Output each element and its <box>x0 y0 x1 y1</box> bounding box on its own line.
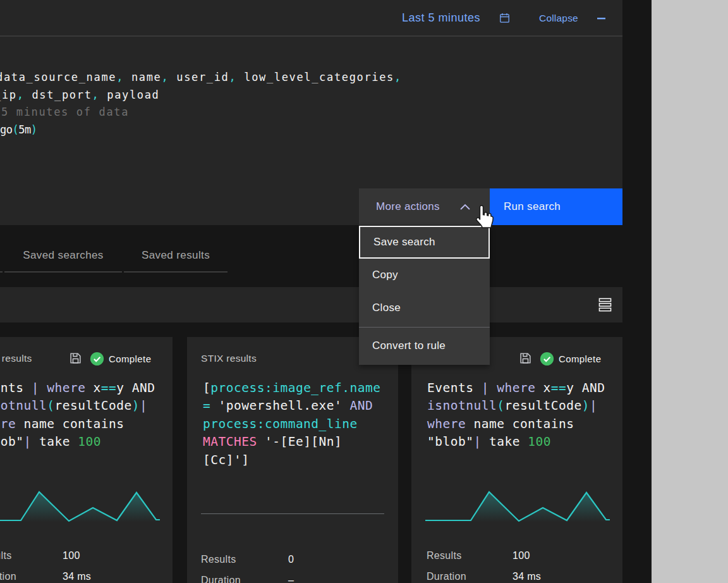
tab-partial <box>0 241 3 273</box>
run-search-button[interactable]: Run search <box>490 188 622 225</box>
code-token: where <box>0 417 16 431</box>
card-status: Complete <box>109 353 151 364</box>
card-code: Events | where x==y ANDisnotnull(resultC… <box>0 379 155 451</box>
stat-label: Duration <box>201 575 241 583</box>
menu-item-close[interactable]: Close <box>359 292 490 324</box>
code-token: | <box>140 398 147 413</box>
results-sparkline <box>424 487 611 524</box>
complete-check-icon <box>540 352 554 366</box>
complete-check-icon <box>90 352 104 366</box>
code-token: go <box>0 123 12 136</box>
card-code: Events | where x==y ANDisnotnull(resultC… <box>427 379 605 451</box>
result-card: Events results CompleteEvents | where x=… <box>411 337 622 583</box>
code-token: ) <box>31 123 37 136</box>
cursor-pointer-icon <box>473 205 494 229</box>
code-token: ( <box>12 123 18 136</box>
results-toolbar <box>0 287 622 322</box>
code-token: resultCode <box>54 398 131 413</box>
code-token: MATCHES <box>203 434 257 449</box>
code-token: , <box>229 71 236 83</box>
code-token: where <box>427 417 466 431</box>
code-token: [Cc]'] <box>203 453 249 467</box>
code-token: take <box>482 434 528 449</box>
code-token: x <box>535 381 550 395</box>
stat-value: 34 ms <box>513 571 541 582</box>
minus-icon[interactable] <box>597 18 605 20</box>
result-card: STIX results[process:image_ref.name= 'po… <box>187 337 398 583</box>
card-status: Complete <box>559 353 601 364</box>
code-token: Events <box>427 381 482 395</box>
code-token: payload <box>99 89 159 101</box>
code-token: name <box>124 71 161 83</box>
stat-value: – <box>288 575 294 583</box>
code-token: y AND <box>116 381 155 395</box>
app-window: Last 5 minutes Collapse data_source_name… <box>0 0 652 583</box>
code-token: 100 <box>78 434 101 449</box>
code-token: ( <box>47 398 54 413</box>
editor-code-line: go(5m) <box>0 121 402 139</box>
rows-view-icon[interactable] <box>598 298 612 312</box>
code-token: process:command_line <box>203 417 358 431</box>
more-actions-button[interactable]: More actions <box>359 188 490 225</box>
chevron-up-icon <box>459 202 471 211</box>
code-token: '-[Ee][Nn] <box>257 434 343 449</box>
code-token: _ip <box>0 89 17 101</box>
card-divider <box>201 513 384 514</box>
code-token: resultCode <box>504 398 581 413</box>
code-token: | <box>590 398 597 413</box>
more-actions-menu: Save searchCopyCloseConvert to rule <box>359 226 490 365</box>
more-actions-label: More actions <box>376 200 440 212</box>
code-token: == <box>551 381 566 395</box>
code-token: where <box>497 381 535 395</box>
menu-item-save-search[interactable]: Save search <box>359 226 490 259</box>
code-token: AND <box>342 398 373 413</box>
code-token: isnotnull <box>427 398 497 413</box>
card-code: [process:image_ref.name= 'powershell.exe… <box>203 379 381 469</box>
menu-divider <box>359 324 490 329</box>
code-token: 5 minutes of data <box>1 106 129 118</box>
stat-label: Duration <box>0 571 16 582</box>
code-token: 5m <box>18 123 30 136</box>
editor-code-line: 5 minutes of data <box>1 104 402 121</box>
save-icon[interactable] <box>519 352 531 364</box>
tab-saved-searches[interactable]: Saved searches <box>4 241 122 273</box>
card-title: Events results <box>0 353 32 364</box>
time-range-button[interactable]: Last 5 minutes <box>402 11 480 25</box>
result-card: Events results CompleteEvents | where x=… <box>0 337 173 583</box>
code-token: 'powershell.exe' <box>210 398 342 413</box>
stat-label: Results <box>427 550 461 562</box>
code-token: , <box>92 89 100 101</box>
tab-saved-results-label: Saved results <box>142 249 210 261</box>
stat-value: 100 <box>63 550 80 562</box>
code-token: user_id <box>169 71 229 83</box>
code-token: | <box>23 434 31 449</box>
menu-item-copy[interactable]: Copy <box>359 259 490 292</box>
code-token: "blob" <box>427 434 473 449</box>
code-token: ( <box>497 398 504 413</box>
code-token: , <box>162 71 169 83</box>
code-token: , <box>116 71 124 83</box>
code-token: == <box>101 381 116 395</box>
menu-item-convert-to-rule[interactable]: Convert to rule <box>359 329 490 362</box>
stat-value: 0 <box>288 554 294 565</box>
code-token: 100 <box>528 434 551 449</box>
stat-label: Results <box>201 554 236 565</box>
code-token: isnotnull <box>0 398 47 413</box>
code-token: , <box>394 71 402 83</box>
calendar-icon[interactable] <box>499 13 510 23</box>
stat-value: 34 ms <box>63 571 91 582</box>
code-token: where <box>47 381 85 395</box>
save-icon[interactable] <box>70 352 82 364</box>
editor-header-bar: Last 5 minutes Collapse <box>0 0 622 37</box>
code-token: name contains <box>466 417 574 431</box>
code-token: ) <box>132 398 140 413</box>
tab-saved-results[interactable]: Saved results <box>124 241 228 273</box>
tab-saved-searches-label: Saved searches <box>23 249 104 261</box>
code-token: | <box>32 381 47 395</box>
card-title: STIX results <box>201 353 257 364</box>
code-token: dst_port <box>25 89 92 101</box>
run-search-label: Run search <box>504 200 561 212</box>
collapse-button[interactable]: Collapse <box>539 13 578 24</box>
editor-code: data_source_name, name, user_id, low_lev… <box>0 69 402 139</box>
code-token: | <box>473 434 481 449</box>
